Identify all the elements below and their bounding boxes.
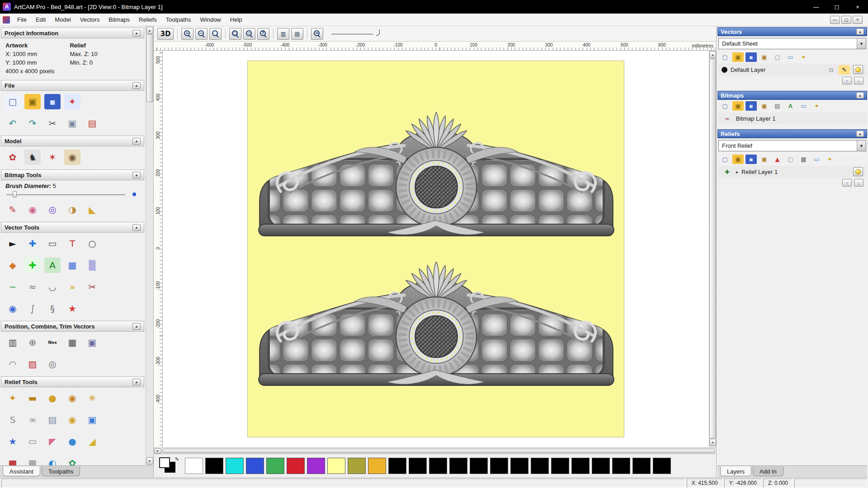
- fillet-icon[interactable]: ∫: [24, 301, 41, 316]
- tab-add-in[interactable]: Add In: [753, 466, 783, 476]
- copy-icon[interactable]: ▣: [64, 116, 80, 131]
- align-objects-icon[interactable]: ▥: [5, 335, 21, 350]
- expander-icon[interactable]: ▸: [736, 169, 738, 174]
- two-rail-sweep-icon[interactable]: S: [5, 412, 21, 427]
- menu-bitmaps[interactable]: Bitmaps: [104, 14, 134, 25]
- toggle-vector-view-icon[interactable]: ▤: [291, 28, 303, 40]
- shape-editor-icon[interactable]: ✦: [5, 390, 21, 406]
- collapse-icon[interactable]: ▲: [856, 92, 864, 99]
- open-relief-layer-icon[interactable]: ▣: [732, 155, 744, 164]
- toggle-bitmap-view-icon[interactable]: ▥: [277, 28, 289, 40]
- pane-toggle-icon[interactable]: ►: [154, 448, 161, 454]
- merge-bitmap-layers-icon[interactable]: ✦: [811, 101, 822, 111]
- offset-vectors-icon[interactable]: ◆: [5, 258, 21, 273]
- turn-page-icon[interactable]: ▤: [44, 412, 61, 427]
- open-model-icon[interactable]: ▣: [24, 94, 41, 109]
- merge-relief-layers-icon[interactable]: ✦: [824, 155, 835, 164]
- chevron-down-icon[interactable]: ▼: [857, 141, 866, 151]
- mirror-vectors-icon[interactable]: ◠: [5, 357, 21, 372]
- slider-thumb[interactable]: [13, 191, 17, 197]
- save-bitmap-layer-icon[interactable]: ▪: [745, 101, 757, 111]
- transform-vectors-icon[interactable]: ✚: [24, 236, 41, 251]
- bitmap-layer-row[interactable]: ∞ Bitmap Layer 1: [718, 113, 866, 124]
- zoom-linked-icon[interactable]: ∞: [311, 28, 323, 40]
- menu-window[interactable]: Window: [196, 14, 226, 25]
- join-vectors-icon[interactable]: §: [44, 301, 61, 316]
- extrude-icon[interactable]: ▆: [5, 455, 21, 465]
- palette-swatch-22[interactable]: [632, 458, 651, 474]
- texture-relief-icon[interactable]: ✳: [84, 390, 100, 406]
- vector-layer-row[interactable]: Default Layer ▫✎: [718, 64, 866, 75]
- palette-swatch-3[interactable]: [246, 458, 264, 474]
- vertical-scrollbar[interactable]: ▲ ▼: [709, 51, 716, 447]
- relief-preview-top[interactable]: [253, 112, 619, 237]
- wedge-relief-icon[interactable]: ◢: [84, 434, 100, 449]
- palette-swatch-8[interactable]: [348, 458, 366, 474]
- scrollbar-thumb[interactable]: [146, 34, 153, 102]
- add-relief-layer-icon[interactable]: ✚: [722, 167, 733, 177]
- collapse-icon[interactable]: ▲: [132, 379, 141, 385]
- palette-swatch-5[interactable]: [287, 458, 305, 474]
- palette-swatch-15[interactable]: [490, 458, 508, 474]
- mesh-icon[interactable]: ▦: [24, 455, 41, 465]
- block-copy-icon[interactable]: ▦: [64, 335, 80, 350]
- create-rectangle-icon[interactable]: ▭: [44, 236, 61, 251]
- relief-grid-icon[interactable]: ▦: [798, 155, 809, 164]
- envelope-icon[interactable]: ▭: [24, 434, 41, 449]
- move-layer-up-icon[interactable]: ↑: [842, 77, 852, 84]
- collapse-icon[interactable]: ▲: [132, 323, 141, 330]
- edit-layer-icon[interactable]: ✎: [839, 65, 850, 75]
- palette-swatch-14[interactable]: [470, 458, 488, 474]
- tab-layers[interactable]: Layers: [720, 466, 751, 476]
- create-star-icon[interactable]: ★: [64, 301, 80, 316]
- add-clay-icon[interactable]: ◉: [64, 390, 80, 406]
- horizontal-scrollbar[interactable]: ►: [154, 447, 716, 454]
- colour-indicator[interactable]: ✎: [158, 456, 180, 475]
- vector-texture-icon[interactable]: A: [44, 258, 61, 273]
- save-relief-layer-icon[interactable]: ▪: [745, 155, 757, 164]
- levels-icon[interactable]: ▤: [772, 101, 783, 111]
- zoom-page-icon[interactable]: ▫: [243, 28, 255, 40]
- scroll-down-icon[interactable]: ▼: [146, 457, 153, 465]
- collapse-icon[interactable]: ▲: [132, 82, 141, 89]
- zoom-in-icon[interactable]: +: [181, 28, 193, 40]
- palette-swatch-6[interactable]: [307, 458, 325, 474]
- leaf-icon[interactable]: ✿: [64, 455, 80, 465]
- menu-file[interactable]: File: [13, 14, 31, 25]
- menu-toolpaths[interactable]: Toolpaths: [161, 14, 196, 25]
- line-width-preview[interactable]: [331, 27, 373, 34]
- sheet-select[interactable]: Default Sheet ▼: [718, 38, 866, 49]
- menu-help[interactable]: Help: [226, 14, 247, 25]
- merge-vector-layers-icon[interactable]: ✦: [798, 52, 809, 62]
- create-arc-icon[interactable]: ◡: [44, 279, 61, 295]
- open-bitmap-layer-icon[interactable]: ▣: [732, 101, 744, 111]
- create-ellipse-icon[interactable]: ○: [84, 236, 100, 251]
- layer-visibility-button[interactable]: [853, 167, 863, 176]
- paste-along-curve-icon[interactable]: ✚: [24, 258, 41, 273]
- palette-swatch-23[interactable]: [653, 458, 671, 474]
- collapse-icon[interactable]: ▲: [132, 30, 141, 37]
- chevron-down-icon[interactable]: ▼: [857, 38, 866, 49]
- palette-swatch-11[interactable]: [409, 458, 427, 474]
- view-3d-button[interactable]: 3D: [157, 28, 174, 40]
- create-boundary-icon[interactable]: ◉: [5, 301, 21, 316]
- sculpt-model-icon[interactable]: ✶: [44, 150, 61, 165]
- collapse-icon[interactable]: ▲: [856, 131, 864, 137]
- move-layer-down-icon[interactable]: ↓: [854, 179, 863, 187]
- canvas-2d-view[interactable]: [163, 51, 709, 447]
- tab-toolpaths[interactable]: Toolpaths: [42, 466, 80, 476]
- snap-grid-icon[interactable]: ▦: [64, 258, 80, 273]
- bitmap-layer-icon[interactable]: ∞: [722, 114, 733, 123]
- palette-swatch-4[interactable]: [266, 458, 284, 474]
- image-wizard-icon[interactable]: ◉: [64, 150, 80, 165]
- palette-swatch-10[interactable]: [388, 458, 406, 474]
- new-bitmap-layer-icon[interactable]: ▢: [719, 101, 731, 111]
- menu-reliefs[interactable]: Reliefs: [134, 14, 161, 25]
- spin-wizard-icon[interactable]: ◎: [44, 357, 61, 372]
- palette-swatch-1[interactable]: [205, 458, 223, 474]
- scrollbar-thumb[interactable]: [163, 449, 715, 453]
- new-vector-layer-icon[interactable]: ▢: [719, 52, 731, 62]
- minimize-button[interactable]: —: [806, 0, 826, 14]
- move-layer-up-icon[interactable]: ↑: [842, 179, 852, 187]
- relief-layer-row[interactable]: ✚ ▸ Relief Layer 1: [718, 166, 866, 178]
